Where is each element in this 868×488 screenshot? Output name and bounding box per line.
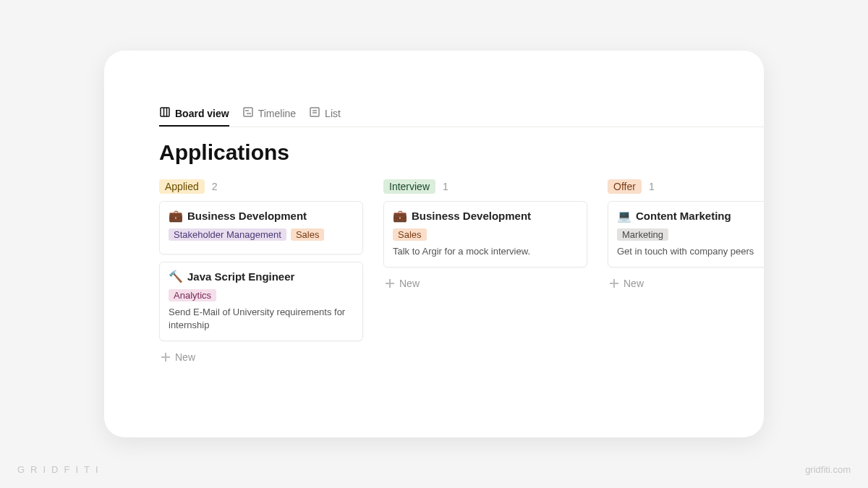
svg-rect-3: [244, 108, 252, 116]
column-count: 1: [649, 181, 655, 192]
card-emoji-icon: 🔨: [169, 270, 183, 283]
column-header: Applied2: [159, 179, 363, 194]
list-icon: [309, 106, 320, 120]
add-card-button[interactable]: New: [159, 348, 363, 366]
tab-label: List: [325, 108, 341, 119]
page-title: Applications: [159, 140, 764, 165]
board-card[interactable]: 💻Content MarketingMarketingGet in touch …: [608, 201, 764, 267]
column-badge[interactable]: Interview: [383, 179, 435, 194]
tag: Stakeholder Management: [169, 228, 286, 241]
view-tabs: Board view Timeline: [159, 101, 764, 127]
board-column: Offer1💻Content MarketingMarketingGet in …: [608, 179, 764, 292]
app-window: Board view Timeline: [104, 51, 764, 437]
add-card-label: New: [624, 278, 644, 289]
column-header: Interview1: [383, 179, 587, 194]
content-area: Board view Timeline: [104, 101, 764, 366]
plus-icon: [609, 278, 619, 288]
column-count: 2: [212, 181, 218, 192]
card-tags: Stakeholder ManagementSales: [169, 228, 354, 241]
add-card-label: New: [175, 351, 195, 363]
svg-rect-0: [161, 108, 169, 116]
tag: Sales: [291, 228, 325, 241]
board-icon: [159, 106, 171, 120]
card-emoji-icon: 💼: [169, 209, 183, 223]
card-title-text: Content Marketing: [636, 210, 731, 222]
card-tags: Sales: [393, 228, 578, 241]
tab-timeline[interactable]: Timeline: [242, 101, 296, 127]
kanban-board: Applied2💼Business DevelopmentStakeholder…: [159, 179, 764, 366]
board-card[interactable]: 🔨Java Script EngineerAnalyticsSend E-Mai…: [159, 262, 363, 341]
card-title-text: Business Development: [187, 210, 307, 222]
card-note: Get in touch with company peers: [617, 245, 764, 258]
brand-watermark-left: GRIDFITI: [17, 464, 104, 475]
card-emoji-icon: 💼: [393, 209, 407, 223]
board-card[interactable]: 💼Business DevelopmentStakeholder Managem…: [159, 201, 363, 254]
card-emoji-icon: 💻: [617, 209, 631, 223]
board-card[interactable]: 💼Business DevelopmentSalesTalk to Argir …: [383, 201, 587, 267]
card-title: 🔨Java Script Engineer: [169, 270, 354, 283]
card-title: 💼Business Development: [169, 209, 354, 223]
card-title: 💼Business Development: [393, 209, 578, 223]
tag: Sales: [393, 228, 427, 241]
card-title-text: Java Script Engineer: [187, 270, 294, 283]
card-title-text: Business Development: [412, 210, 531, 222]
card-note: Send E-Mail of University requirements f…: [169, 306, 354, 332]
add-card-button[interactable]: New: [383, 275, 587, 292]
column-badge[interactable]: Applied: [159, 179, 205, 194]
tag: Marketing: [617, 228, 668, 241]
column-count: 1: [443, 181, 448, 192]
board-column: Interview1💼Business DevelopmentSalesTalk…: [383, 179, 587, 292]
tab-list[interactable]: List: [309, 101, 341, 127]
add-card-button[interactable]: New: [608, 275, 764, 292]
tab-label: Board view: [175, 108, 229, 119]
tag: Analytics: [169, 289, 216, 301]
add-card-label: New: [399, 278, 420, 289]
card-title: 💻Content Marketing: [617, 209, 764, 223]
tab-label: Timeline: [258, 108, 296, 119]
card-tags: Analytics: [169, 289, 354, 301]
svg-rect-6: [310, 108, 319, 116]
board-column: Applied2💼Business DevelopmentStakeholder…: [159, 179, 363, 366]
column-badge[interactable]: Offer: [608, 179, 642, 194]
timeline-icon: [242, 106, 254, 120]
column-header: Offer1: [608, 179, 764, 194]
brand-watermark-right: gridfiti.com: [805, 464, 851, 475]
card-tags: Marketing: [617, 228, 764, 241]
card-note: Talk to Argir for a mock interview.: [393, 245, 578, 258]
plus-icon: [161, 352, 171, 362]
tab-board-view[interactable]: Board view: [159, 101, 229, 127]
plus-icon: [385, 278, 395, 288]
